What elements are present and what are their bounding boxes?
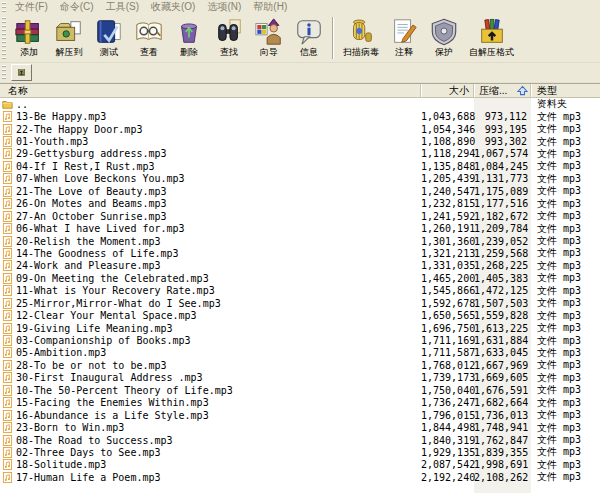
table-row[interactable]: 15-Facing the Enemies Within.mp3 1,736,2… bbox=[0, 397, 600, 409]
comment-button[interactable]: 注释 bbox=[384, 15, 424, 59]
table-row[interactable]: 02-Three Days to See.mp3 1,929,135 1,839… bbox=[0, 446, 600, 458]
table-row[interactable]: 06-What I have Lived for.mp3 1,260,191 1… bbox=[0, 222, 600, 234]
table-row[interactable]: 11-What is Your Recovery Rate.mp3 1,545,… bbox=[0, 285, 600, 297]
table-row[interactable]: 01-Youth.mp3 1,108,890 993,302 文件 mp3 bbox=[0, 135, 600, 147]
table-row[interactable]: 16-Abundance is a Life Style.mp3 1,796,0… bbox=[0, 409, 600, 421]
table-row[interactable]: 05-Ambition.mp3 1,711,587 1,633,045 文件 m… bbox=[0, 347, 600, 359]
file-packed-size: 1,182,672 bbox=[474, 211, 531, 222]
protect-button[interactable]: 保护 bbox=[424, 15, 464, 59]
table-row[interactable]: 14-The Goodness of Life.mp3 1,321,213 1,… bbox=[0, 247, 600, 259]
view-button[interactable]: 查看 bbox=[129, 15, 169, 59]
file-name-cell: 15-Facing the Enemies Within.mp3 bbox=[0, 397, 421, 408]
table-row[interactable]: 23-Born to Win.mp3 1,844,498 1,748,941 文… bbox=[0, 421, 600, 433]
delete-button[interactable]: 删除 bbox=[169, 15, 209, 59]
mp3-file-icon bbox=[2, 422, 13, 433]
extract-button[interactable]: 解压到 bbox=[49, 15, 89, 59]
file-name-cell: 08-The Road to Success.mp3 bbox=[0, 435, 421, 446]
table-row[interactable]: 28-To be or not to be.mp3 1,768,012 1,66… bbox=[0, 359, 600, 371]
file-packed-size: 1,613,225 bbox=[474, 323, 531, 334]
mp3-file-icon bbox=[2, 385, 13, 396]
menu-item[interactable]: 工具(S) bbox=[100, 1, 145, 12]
column-header-size[interactable]: 大小 bbox=[421, 84, 474, 97]
menu-item[interactable]: 选项(N) bbox=[201, 1, 247, 12]
file-name-cell: 09-On Meeting the Celebrated.mp3 bbox=[0, 273, 421, 284]
menu-item[interactable]: 帮助(H) bbox=[247, 1, 293, 12]
file-packed-size: 1,507,503 bbox=[474, 298, 531, 309]
file-name: 12-Clear Your Mental Space.mp3 bbox=[16, 310, 197, 321]
menu-item[interactable]: 收藏夹(O) bbox=[145, 1, 201, 12]
up-one-level-button[interactable] bbox=[11, 64, 32, 81]
menubar-grip-handle[interactable] bbox=[2, 2, 6, 12]
file-size: 1,844,498 bbox=[421, 422, 474, 433]
mp3-file-icon bbox=[2, 223, 13, 234]
column-header-packed[interactable]: 压缩... bbox=[474, 84, 531, 97]
menu-item[interactable]: 命令(C) bbox=[54, 1, 100, 12]
table-row[interactable]: 03-Companionship of Books.mp3 1,711,169 … bbox=[0, 334, 600, 346]
table-row[interactable]: 30-First Inaugural Address .mp3 1,739,17… bbox=[0, 372, 600, 384]
table-row[interactable]: 07-When Love Beckons You.mp3 1,205,439 1… bbox=[0, 173, 600, 185]
file-name-cell: 26-On Motes and Beams.mp3 bbox=[0, 198, 421, 209]
file-name-cell: 25-Mirror,Mirror-What do I See.mp3 bbox=[0, 298, 421, 309]
sfx-button[interactable]: 自解压格式 bbox=[464, 15, 519, 59]
add-button[interactable]: 添加 bbox=[9, 15, 49, 59]
file-size: 1,650,565 bbox=[421, 310, 474, 321]
file-name-cell: 06-What I have Lived for.mp3 bbox=[0, 223, 421, 234]
test-button[interactable]: 测试 bbox=[89, 15, 129, 59]
protect-icon bbox=[429, 17, 459, 47]
toolbar-button-label: 添加 bbox=[20, 47, 38, 58]
file-packed-size: 1,762,847 bbox=[474, 435, 531, 446]
file-name-cell: 16-Abundance is a Life Style.mp3 bbox=[0, 410, 421, 421]
file-name: 14-The Goodness of Life.mp3 bbox=[16, 248, 179, 259]
addressbar-grip-handle[interactable] bbox=[2, 65, 6, 80]
file-packed-size: 1,259,568 bbox=[474, 248, 531, 259]
toolbar-button-label: 向导 bbox=[260, 47, 278, 58]
table-row[interactable]: 18-Solitude.mp3 2,087,542 1,998,691 文件 m… bbox=[0, 459, 600, 471]
table-row[interactable]: 25-Mirror,Mirror-What do I See.mp3 1,592… bbox=[0, 297, 600, 309]
menu-item[interactable]: 文件(F) bbox=[9, 1, 54, 12]
find-button[interactable]: 查找 bbox=[209, 15, 249, 59]
toolbar-button-label: 测试 bbox=[100, 47, 118, 58]
table-row[interactable]: 10-The 50-Percent Theory of Life.mp3 1,7… bbox=[0, 384, 600, 396]
file-name-cell: 17-Human Life a Poem.mp3 bbox=[0, 472, 421, 483]
table-row[interactable]: 29-Gettysburg address.mp3 1,118,294 1,06… bbox=[0, 148, 600, 160]
file-name-cell: 02-Three Days to See.mp3 bbox=[0, 447, 421, 458]
file-name-cell: 21-The Love of Beauty.mp3 bbox=[0, 186, 421, 197]
view-icon bbox=[134, 17, 164, 47]
toolbar: 添加解压到测试查看删除查找向导信息扫描病毒注释保护自解压格式 bbox=[0, 14, 600, 63]
table-row[interactable]: .. 资料夹 bbox=[0, 98, 600, 110]
toolbar-button-label: 解压到 bbox=[56, 47, 83, 58]
file-size: 1,241,592 bbox=[421, 211, 474, 222]
table-row[interactable]: 04-If I Rest,I Rust.mp3 1,135,848 1,084,… bbox=[0, 160, 600, 172]
table-row[interactable]: 20-Relish the Moment.mp3 1,301,360 1,239… bbox=[0, 235, 600, 247]
file-packed-size: 1,682,664 bbox=[474, 397, 531, 408]
table-row[interactable]: 19-Giving Life Meaning.mp3 1,696,750 1,6… bbox=[0, 322, 600, 334]
mp3-file-icon bbox=[2, 148, 13, 159]
info-button[interactable]: 信息 bbox=[289, 15, 329, 59]
file-size: 1,711,587 bbox=[421, 347, 474, 358]
table-row[interactable]: 27-An October Sunrise.mp3 1,241,592 1,18… bbox=[0, 210, 600, 222]
table-row[interactable]: 22-The Happy Door.mp3 1,054,346 993,195 … bbox=[0, 123, 600, 135]
toolbar-grip-handle[interactable] bbox=[2, 17, 6, 60]
table-row[interactable]: 08-The Road to Success.mp3 1,840,319 1,7… bbox=[0, 434, 600, 446]
column-header-type[interactable]: 类型 bbox=[531, 84, 600, 97]
mp3-file-icon bbox=[2, 410, 13, 421]
mp3-file-icon bbox=[2, 124, 13, 135]
mp3-file-icon bbox=[2, 347, 13, 358]
file-packed-size: 1,736,013 bbox=[474, 410, 531, 421]
table-row[interactable]: 12-Clear Your Mental Space.mp3 1,650,565… bbox=[0, 309, 600, 321]
mp3-file-icon bbox=[2, 372, 13, 383]
table-row[interactable]: 17-Human Life a Poem.mp3 2,192,240 2,108… bbox=[0, 471, 600, 483]
table-row[interactable]: 13-Be Happy.mp3 1,043,688 973,112 文件 mp3 bbox=[0, 110, 600, 122]
table-row[interactable]: 24-Work and Pleasure.mp3 1,331,035 1,268… bbox=[0, 260, 600, 272]
table-row[interactable]: 26-On Motes and Beams.mp3 1,232,815 1,17… bbox=[0, 198, 600, 210]
wizard-button[interactable]: 向导 bbox=[249, 15, 289, 59]
column-header-name[interactable]: 名称 bbox=[0, 84, 421, 97]
table-row[interactable]: 09-On Meeting the Celebrated.mp3 1,465,2… bbox=[0, 272, 600, 284]
mp3-file-icon bbox=[2, 248, 13, 259]
scan-button[interactable]: 扫描病毒 bbox=[338, 15, 384, 59]
toolbar-button-label: 扫描病毒 bbox=[343, 47, 379, 58]
file-size: 1,118,294 bbox=[421, 148, 474, 159]
file-packed-size: 1,748,941 bbox=[474, 422, 531, 433]
table-row[interactable]: 21-The Love of Beauty.mp3 1,240,547 1,17… bbox=[0, 185, 600, 197]
toolbar-button-label: 自解压格式 bbox=[469, 47, 514, 58]
